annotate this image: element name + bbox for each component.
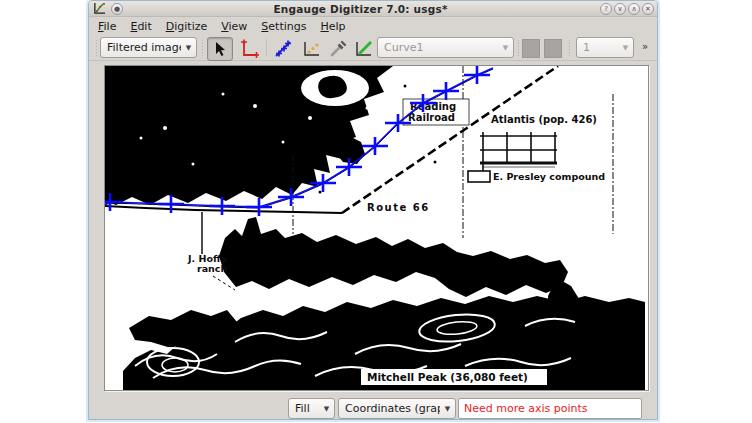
statusbar: Fill ▼ Coordinates (graph): ▼ Need more … — [89, 396, 657, 421]
menu-help[interactable]: Help — [313, 20, 352, 33]
cursor-arrow-icon — [211, 40, 229, 58]
window-title: Engauge Digitizer 7.0: usgs* — [123, 3, 598, 15]
toolbar-handle[interactable] — [201, 39, 205, 56]
eyedropper-icon — [329, 40, 347, 58]
status-message-field[interactable]: Need more axis points — [458, 398, 642, 419]
select-tool-button[interactable] — [207, 37, 233, 61]
presley-building — [468, 171, 490, 182]
axis-point-icon — [239, 39, 259, 59]
segment-fill-icon — [353, 39, 373, 59]
titlebar[interactable]: ● Engauge Digitizer 7.0: usgs* ? ∨ ∧ ✕ — [89, 1, 657, 17]
menubar: File Edit Digitize View Settings Help — [89, 18, 657, 34]
menu-edit[interactable]: Edit — [123, 20, 158, 33]
fill-selector[interactable]: Fill ▼ — [288, 398, 335, 419]
curve-point-icon — [273, 39, 293, 59]
toolbar-handle[interactable] — [95, 39, 99, 56]
label-railroad-2: Railroad — [408, 112, 455, 123]
toolbar-handle[interactable] — [517, 39, 521, 56]
menu-digitize[interactable]: Digitize — [159, 20, 215, 33]
window-menu-button[interactable]: ● — [111, 3, 123, 15]
toolbar-overflow-button[interactable]: » — [642, 41, 648, 52]
maximize-window-button[interactable]: ∧ — [628, 3, 640, 15]
toolbar: Filtered image ▼ — [89, 34, 657, 61]
map-canvas[interactable]: Reading Railroad Atlantis (pop. 426) E. … — [104, 65, 649, 391]
toolbar-handle[interactable] — [568, 39, 572, 56]
point-match-tool-button[interactable] — [298, 37, 324, 61]
background-selector[interactable]: Filtered image ▼ — [100, 37, 197, 58]
chevron-down-icon: ▼ — [618, 44, 633, 52]
label-atlantis: Atlantis (pop. 426) — [491, 114, 597, 125]
point-match-icon — [301, 39, 321, 59]
views-button-1 — [522, 39, 540, 58]
axis-point-tool-button[interactable] — [236, 37, 262, 61]
menu-settings[interactable]: Settings — [254, 20, 313, 33]
menu-view[interactable]: View — [214, 20, 254, 33]
chevron-down-icon: ▼ — [319, 405, 334, 413]
close-window-button[interactable]: ✕ — [642, 3, 654, 15]
engauge-window: ● Engauge Digitizer 7.0: usgs* ? ∨ ∧ ✕ F… — [88, 0, 658, 420]
segment-fill-tool-button[interactable] — [351, 37, 375, 61]
toolbar-separator — [266, 39, 267, 56]
views-button-2 — [544, 39, 562, 58]
curve-point-tool-button[interactable] — [270, 37, 296, 61]
chevron-down-icon: ▼ — [181, 44, 196, 52]
label-presley: E. Presley compound — [493, 171, 605, 182]
label-mitchell-peak: Mitchell Peak (36,080 feet) — [367, 371, 528, 383]
shade-window-button[interactable]: ∨ — [614, 3, 626, 15]
app-icon — [93, 2, 106, 15]
chevron-down-icon: ▼ — [440, 405, 455, 413]
label-route: Route 66 — [367, 202, 430, 213]
color-picker-tool-button[interactable] — [326, 37, 350, 61]
label-hoffa-2: ranch — [197, 263, 227, 274]
coordinates-selector[interactable]: Coordinates (graph): ▼ — [338, 398, 456, 419]
menu-file[interactable]: File — [91, 20, 123, 33]
zoom-selector: 1 ▼ — [576, 37, 634, 58]
curve-selector: Curve1 ▼ — [377, 37, 514, 58]
chevron-down-icon: ▼ — [498, 44, 513, 52]
help-window-button[interactable]: ? — [600, 3, 612, 15]
